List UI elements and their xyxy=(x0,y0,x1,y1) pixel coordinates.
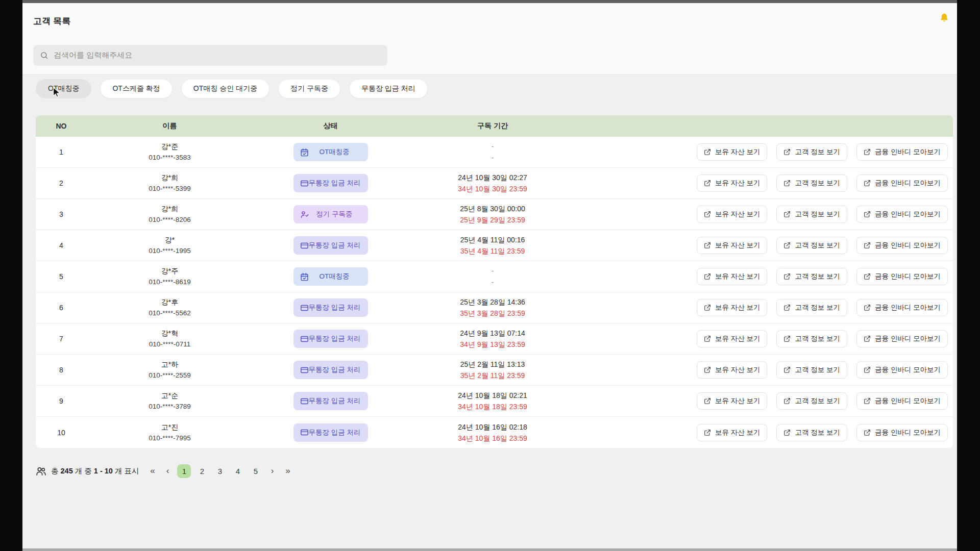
prev-page-button[interactable]: ‹ xyxy=(162,466,173,476)
customer-name: 강* xyxy=(87,235,253,245)
row-number: 3 xyxy=(36,210,87,218)
action-button-label: 금융 인바디 모아보기 xyxy=(875,365,941,374)
row-action-button[interactable]: 금융 인바디 모아보기 xyxy=(856,424,948,441)
action-button-label: 보유 자산 보기 xyxy=(715,303,761,312)
row-action-button[interactable]: 고객 정보 보기 xyxy=(776,424,847,441)
row-action-button[interactable]: 금융 인바디 모아보기 xyxy=(856,237,948,254)
row-action-button[interactable]: 금융 인바디 모아보기 xyxy=(856,299,948,316)
action-button-label: 금융 인바디 모아보기 xyxy=(875,428,941,437)
external-link-icon xyxy=(864,211,871,218)
period-start: 24년 10월 16일 02:18 xyxy=(408,421,577,433)
row-action-button[interactable]: 고객 정보 보기 xyxy=(776,330,847,347)
customer-phone: 010-****-3583 xyxy=(87,152,253,163)
row-actions: 보유 자산 보기고객 정보 보기금융 인바디 모아보기 xyxy=(577,237,953,254)
calendar-check-icon xyxy=(300,148,309,157)
row-action-button[interactable]: 보유 자산 보기 xyxy=(697,143,768,161)
period-end: 34년 10월 30일 23:59 xyxy=(408,183,577,194)
credit-card-icon xyxy=(300,335,309,343)
customer-name: 강*희 xyxy=(87,172,253,183)
row-action-button[interactable]: 금융 인바디 모아보기 xyxy=(856,143,948,161)
status-label: 무통장 입금 처리 xyxy=(309,428,362,437)
page-button-3[interactable]: 3 xyxy=(213,464,227,478)
customer-name: 강*후 xyxy=(87,297,253,308)
row-action-button[interactable]: 보유 자산 보기 xyxy=(697,174,768,192)
external-link-icon xyxy=(783,211,791,218)
table-row: 4 강* 010-****-1995 무통장 입금 처리 25년 4월 11일 … xyxy=(36,230,953,261)
action-button-label: 고객 정보 보기 xyxy=(795,241,840,250)
row-action-button[interactable]: 보유 자산 보기 xyxy=(697,206,768,223)
last-page-button[interactable]: » xyxy=(282,466,293,476)
row-action-button[interactable]: 고객 정보 보기 xyxy=(776,299,847,316)
row-number: 8 xyxy=(36,366,87,374)
filter-chip[interactable]: OT스케줄 확정 xyxy=(100,79,172,98)
row-action-button[interactable]: 금융 인바디 모아보기 xyxy=(856,330,948,347)
row-action-button[interactable]: 보유 자산 보기 xyxy=(697,268,768,285)
row-action-button[interactable]: 보유 자산 보기 xyxy=(697,392,768,410)
row-action-button[interactable]: 보유 자산 보기 xyxy=(697,330,768,347)
search-input[interactable]: 검색어를 입력해주세요 xyxy=(33,45,387,66)
page-button-5[interactable]: 5 xyxy=(249,464,262,478)
row-actions: 보유 자산 보기고객 정보 보기금융 인바디 모아보기 xyxy=(577,268,953,285)
action-button-label: 보유 자산 보기 xyxy=(715,210,761,219)
table-row: 6 강*후 010-****-5562 무통장 입금 처리 25년 3월 28일… xyxy=(36,292,953,323)
notification-bell-icon[interactable] xyxy=(939,13,949,23)
row-action-button[interactable]: 고객 정보 보기 xyxy=(776,143,847,161)
action-button-label: 보유 자산 보기 xyxy=(715,396,761,406)
next-page-button[interactable]: › xyxy=(266,466,278,476)
row-action-button[interactable]: 보유 자산 보기 xyxy=(697,299,768,316)
action-button-label: 금융 인바디 모아보기 xyxy=(875,147,941,157)
period-end: 34년 9월 13일 23:59 xyxy=(408,339,577,350)
row-action-button[interactable]: 금융 인바디 모아보기 xyxy=(856,174,948,192)
action-button-label: 고객 정보 보기 xyxy=(795,272,840,281)
pagination-nav: « ‹ 12345 › » xyxy=(146,464,293,478)
row-actions: 보유 자산 보기고객 정보 보기금융 인바디 모아보기 xyxy=(577,143,953,161)
external-link-icon xyxy=(704,180,711,187)
row-actions: 보유 자산 보기고객 정보 보기금융 인바디 모아보기 xyxy=(577,299,953,316)
row-actions: 보유 자산 보기고객 정보 보기금융 인바디 모아보기 xyxy=(577,392,953,410)
row-action-button[interactable]: 보유 자산 보기 xyxy=(697,424,768,441)
row-action-button[interactable]: 고객 정보 보기 xyxy=(776,174,847,192)
page-button-4[interactable]: 4 xyxy=(231,464,244,478)
row-action-button[interactable]: 금융 인바디 모아보기 xyxy=(856,361,948,379)
table-header-row: NO 이름 상태 구독 기간 xyxy=(36,115,953,137)
row-action-button[interactable]: 금융 인바디 모아보기 xyxy=(856,392,948,410)
status-label: 무통장 입금 처리 xyxy=(309,179,362,188)
filter-chip[interactable]: 정기 구독중 xyxy=(278,79,340,98)
row-action-button[interactable]: 고객 정보 보기 xyxy=(776,268,847,285)
status-label: 무통장 입금 처리 xyxy=(309,241,362,250)
status-label: 무통장 입금 처리 xyxy=(309,334,362,343)
action-button-label: 고객 정보 보기 xyxy=(795,147,840,157)
row-actions: 보유 자산 보기고객 정보 보기금융 인바디 모아보기 xyxy=(577,330,953,347)
row-action-button[interactable]: 고객 정보 보기 xyxy=(776,237,847,254)
customer-phone: 010-****-0711 xyxy=(87,339,253,349)
action-button-label: 고객 정보 보기 xyxy=(795,179,840,188)
period-start: - xyxy=(408,141,577,152)
page-button-2[interactable]: 2 xyxy=(195,464,209,478)
status-badge: 무통장 입금 처리 xyxy=(293,236,368,255)
action-button-label: 보유 자산 보기 xyxy=(715,428,761,437)
row-action-button[interactable]: 고객 정보 보기 xyxy=(776,361,847,379)
period-end: 34년 10월 16일 23:59 xyxy=(408,433,577,444)
external-link-icon xyxy=(783,273,791,280)
row-action-button[interactable]: 금융 인바디 모아보기 xyxy=(856,268,948,285)
table-row: 5 강*주 010-****-8619 OT매칭중 - - 보유 자산 보기고객… xyxy=(36,261,953,292)
users-icon xyxy=(36,466,46,477)
action-button-label: 보유 자산 보기 xyxy=(715,147,761,157)
filter-chip[interactable]: OT매칭 승인 대기중 xyxy=(181,79,270,98)
row-action-button[interactable]: 보유 자산 보기 xyxy=(697,237,768,254)
row-action-button[interactable]: 고객 정보 보기 xyxy=(776,206,847,223)
table-row: 3 강*희 010-****-8206 정기 구독중 25년 8월 30일 00… xyxy=(36,199,953,230)
period-end: - xyxy=(408,152,577,163)
external-link-icon xyxy=(704,335,711,342)
external-link-icon xyxy=(704,211,711,218)
action-button-label: 고객 정보 보기 xyxy=(795,365,840,374)
customer-phone: 010-****-2559 xyxy=(87,370,253,381)
period-start: 24년 10월 18일 02:21 xyxy=(408,390,577,401)
filter-chip[interactable]: 무통장 입금 처리 xyxy=(349,79,428,98)
row-action-button[interactable]: 고객 정보 보기 xyxy=(776,392,847,410)
first-page-button[interactable]: « xyxy=(146,466,158,476)
page-button-1[interactable]: 1 xyxy=(177,464,191,478)
filter-chip[interactable]: OT매칭중 xyxy=(36,79,91,98)
row-action-button[interactable]: 금융 인바디 모아보기 xyxy=(856,206,948,223)
row-action-button[interactable]: 보유 자산 보기 xyxy=(697,361,768,379)
